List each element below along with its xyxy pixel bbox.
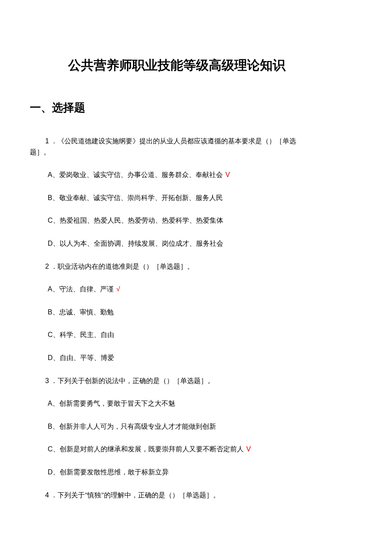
section-heading: 一、选择题 [30, 100, 362, 115]
check-icon: V [245, 445, 251, 453]
question-number: 1 [45, 137, 49, 145]
option: A、爱岗敬业、诚实守信、办事公道、服务群众、奉献社会 V [30, 169, 362, 180]
option-text: 、爱岗敬业、诚实守信、办事公道、服务群众、奉献社会 [52, 171, 223, 178]
question-body: ．《公民道德建设实施纲要》提出的从业人员都应该遵循的基本要求是（）［单选 [49, 137, 296, 145]
question-number: 4 [45, 491, 49, 499]
questions-container: 1 ．《公民道德建设实施纲要》提出的从业人员都应该遵循的基本要求是（）［单选题］… [30, 136, 362, 500]
check-icon: V [224, 171, 230, 178]
question-number: 2 [45, 263, 49, 270]
option: C、创新是对前人的继承和发展，既要崇拜前人又要不断否定前人 V [30, 444, 362, 455]
option-letter: A [48, 285, 52, 293]
option-letter: B [48, 423, 52, 430]
option-text: 、科学、民主、自由 [53, 331, 114, 338]
question-body-wrap: 题］。 [30, 147, 362, 158]
option-letter: C [48, 331, 53, 338]
option-letter: D [48, 468, 53, 476]
option: B、忠诚、审慎、勤勉 [30, 307, 362, 318]
question-text: 4 ．下列关于"慎独"的理解中，正确的是（）［单选题］。 [30, 490, 362, 501]
option: D、创新需要发散性思维，敢于标新立异 [30, 467, 362, 478]
option: C、热爱祖国、热爱人民、热爱劳动、热爱科学、热爱集体 [30, 215, 362, 226]
option-text: 、创新是对前人的继承和发展，既要崇拜前人又要不断否定前人 [53, 445, 244, 453]
question-body: ．职业活动内在的道德准则是（）［单选题］。 [49, 263, 194, 270]
option-text: 、忠诚、审慎、勤勉 [52, 308, 114, 316]
option-text: 、热爱祖国、热爱人民、热爱劳动、热爱科学、热爱集体 [53, 217, 223, 224]
option-text: 、自由、平等、博爱 [53, 354, 114, 361]
option: D、以人为本、全面协调、持续发展、岗位成才、服务社会 [30, 238, 362, 249]
question-text: 2 ．职业活动内在的道德准则是（）［单选题］。 [30, 261, 362, 272]
question-text: 1 ．《公民道德建设实施纲要》提出的从业人员都应该遵循的基本要求是（）［单选题］… [30, 136, 362, 157]
option-letter: D [48, 240, 53, 247]
option: A、创新需要勇气，要敢于冒天下之大不魅 [30, 398, 362, 409]
option: D、自由、平等、博爱 [30, 352, 362, 363]
option-letter: A [48, 400, 52, 407]
option-letter: B [48, 308, 52, 316]
option: B、创新并非人人可为，只有高级专业人才才能做到创新 [30, 421, 362, 432]
document-title: 公共营养师职业技能等级高级理论知识 [68, 55, 337, 75]
option-letter: D [48, 354, 53, 361]
option: B、敬业奉献、诚实守信、崇尚科学、开拓创新、服务人民 [30, 192, 362, 203]
option-text: 、创新需要勇气，要敢于冒天下之大不魅 [52, 400, 175, 407]
question-body: ．下列关于创新的说法中，正确的是（）［单选题］。 [49, 377, 214, 384]
option-text: 、创新需要发散性思维，敢于标新立异 [53, 468, 169, 476]
question-body: ．下列关于"慎独"的理解中，正确的是（）［单选题］。 [49, 491, 220, 499]
option-letter: C [48, 217, 53, 224]
option-text: 、敬业奉献、诚实守信、崇尚科学、开拓创新、服务人民 [52, 194, 223, 201]
option-letter: B [48, 194, 52, 201]
option: A、守法、自律、严谨 √ [30, 284, 362, 295]
check-icon: √ [115, 285, 120, 293]
option-text: 、创新并非人人可为，只有高级专业人才才能做到创新 [52, 423, 216, 430]
question-text: 3 ．下列关于创新的说法中，正确的是（）［单选题］。 [30, 375, 362, 386]
option-text: 、守法、自律、严谨 [52, 285, 114, 293]
option-letter: C [48, 445, 53, 453]
question-number: 3 [45, 377, 49, 384]
option-letter: A [48, 171, 52, 178]
option-text: 、以人为本、全面协调、持续发展、岗位成才、服务社会 [53, 240, 223, 247]
option: C、科学、民主、自由 [30, 329, 362, 340]
